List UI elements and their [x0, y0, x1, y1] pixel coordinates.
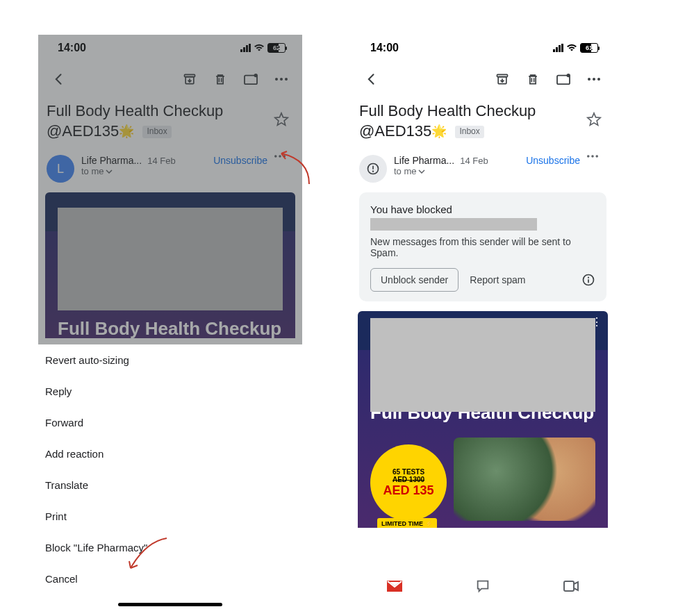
blocked-title: You have blocked — [370, 203, 595, 215]
sender-avatar-blocked[interactable] — [359, 155, 387, 183]
menu-reply[interactable]: Reply — [38, 376, 302, 407]
subject-row: Full Body Health Checkup @AED135🌟 Inbox — [351, 97, 615, 147]
inbox-chip[interactable]: Inbox — [455, 126, 484, 138]
modal-overlay[interactable] — [38, 35, 302, 344]
svg-point-19 — [372, 171, 374, 172]
phone-right: 14:00 61 Full Body Health Checkup @AED13… — [351, 35, 615, 604]
sender-row: Life Pharma... 14 Feb to me Unsubscribe — [351, 147, 615, 192]
unblock-sender-button[interactable]: Unblock sender — [370, 268, 458, 292]
wifi-icon — [566, 44, 577, 52]
report-spam-link[interactable]: Report spam — [470, 274, 525, 285]
svg-point-15 — [593, 78, 595, 81]
svg-point-21 — [591, 155, 594, 158]
svg-point-22 — [595, 155, 598, 158]
message-more-button[interactable] — [587, 155, 606, 158]
sender-date: 14 Feb — [460, 156, 488, 166]
menu-revert-auto-sizing[interactable]: Revert auto-sizing — [38, 344, 302, 376]
svg-point-16 — [597, 78, 600, 81]
redacted-region — [370, 218, 537, 231]
signal-icon — [553, 44, 563, 52]
sparkle-icon: 🌟 — [431, 124, 447, 138]
status-bar: 14:00 61 — [351, 35, 615, 61]
menu-block-sender[interactable]: Block "Life Pharmacy" — [38, 532, 302, 563]
blocked-icon — [366, 162, 380, 176]
menu-print[interactable]: Print — [38, 501, 302, 532]
nav-meet[interactable] — [550, 572, 592, 600]
price-badge: 65 TESTS AED 1300 AED 135 LIMITED TIME ⚡ — [370, 444, 447, 521]
redacted-region — [370, 318, 595, 412]
email-body: ⋮ Full Body Health Checkup 65 TESTS AED … — [358, 311, 608, 528]
menu-forward[interactable]: Forward — [38, 407, 302, 438]
toolbar — [351, 61, 615, 97]
battery-icon: 61 — [580, 43, 598, 53]
email-subject: Full Body Health Checkup @AED135🌟 Inbox — [359, 101, 581, 141]
star-button[interactable] — [581, 107, 606, 132]
limited-tag: LIMITED TIME ⚡ — [377, 518, 437, 528]
unsubscribe-link[interactable]: Unsubscribe — [526, 155, 580, 166]
nav-chat[interactable] — [462, 572, 504, 600]
archive-button[interactable] — [487, 64, 518, 94]
back-button[interactable] — [356, 64, 387, 94]
svg-point-24 — [588, 277, 589, 278]
status-icons: 61 — [553, 43, 598, 53]
more-button[interactable] — [579, 64, 609, 94]
mark-unread-button[interactable] — [548, 64, 579, 94]
blocked-description: New messages from this sender will be se… — [370, 236, 595, 258]
info-icon[interactable] — [581, 273, 595, 287]
menu-add-reaction[interactable]: Add reaction — [38, 438, 302, 469]
status-time: 14:00 — [370, 42, 399, 54]
menu-translate[interactable]: Translate — [38, 469, 302, 501]
home-indicator[interactable] — [118, 603, 222, 606]
recipient-line[interactable]: to me — [394, 166, 519, 176]
svg-rect-26 — [564, 581, 574, 591]
action-sheet: Revert auto-sizing Reply Forward Add rea… — [38, 344, 302, 615]
delete-button[interactable] — [518, 64, 548, 94]
svg-point-13 — [567, 74, 570, 77]
svg-point-14 — [588, 78, 590, 81]
nav-mail[interactable] — [374, 572, 415, 600]
hero-people-image — [454, 438, 595, 521]
svg-point-20 — [587, 155, 590, 158]
sender-name: Life Pharma... — [394, 155, 454, 166]
blocked-banner: You have blocked New messages from this … — [359, 192, 606, 301]
menu-cancel[interactable]: Cancel — [38, 563, 302, 594]
bottom-nav — [351, 568, 615, 604]
